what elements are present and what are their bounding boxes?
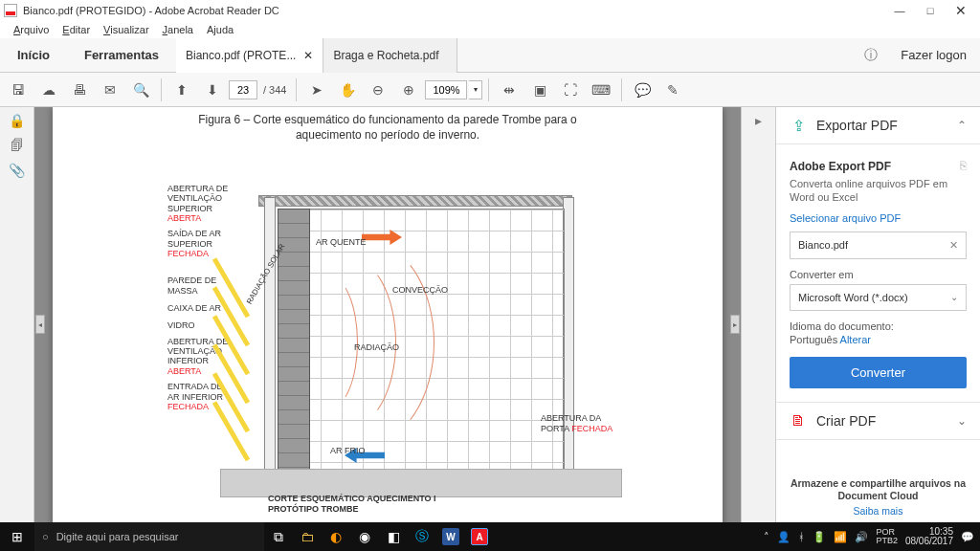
tray-clock[interactable]: 10:35 08/06/2017 [905, 527, 953, 546]
zoom-in-icon[interactable]: ⊕ [394, 76, 423, 104]
doc-tab-1[interactable]: Bianco.pdf (PROTE... ✕ [176, 38, 323, 73]
collapse-chevron-icon[interactable]: ⌃ [957, 119, 967, 132]
home-tab[interactable]: Início [0, 48, 67, 62]
label-saida-sup: SAÍDA DE AR SUPERIOR [167, 229, 221, 248]
tray-volume-icon[interactable]: 🔊 [855, 531, 868, 543]
figure-caption: CORTE ESQUEMÁTICO AQUECIMENTO I PROTÓTIP… [268, 494, 436, 515]
cortana-icon: ○ [42, 531, 49, 542]
export-header[interactable]: ⇪ Exportar PDF ⌃ [790, 117, 967, 134]
tools-tab[interactable]: Ferramentas [67, 48, 176, 62]
acrobat-icon[interactable]: A [471, 528, 488, 545]
page-number-input[interactable] [229, 80, 257, 99]
tray-lang[interactable]: POR PTB2 [876, 528, 898, 545]
zoom-dropdown[interactable]: ▾ [469, 80, 482, 99]
start-button[interactable]: ⊞ [0, 529, 34, 544]
expand-chevron-icon[interactable]: ⌄ [957, 414, 967, 428]
toolbar: 🖫 ☁ 🖶 ✉ 🔍 ⬆ ⬇ / 344 ➤ ✋ ⊖ ⊕ ▾ ⇹ ▣ ⛶ ⌨ 💬 … [0, 73, 980, 107]
zoom-out-icon[interactable]: ⊖ [364, 76, 392, 104]
app-icon [4, 4, 17, 17]
comment-icon[interactable]: 💬 [628, 76, 657, 104]
explorer-icon[interactable]: 🗀 [293, 522, 322, 551]
sign-icon[interactable]: ✎ [658, 76, 687, 104]
format-select[interactable]: Microsoft Word (*.docx) ⌄ [790, 284, 967, 311]
pages-icon[interactable]: 🗐 [11, 138, 24, 153]
skype-icon[interactable]: Ⓢ [408, 522, 436, 551]
help-button[interactable]: ⓘ [855, 47, 887, 64]
pdf-page: Figura 6 – Corte esquemático do funciona… [53, 107, 723, 522]
menu-visualizar[interactable]: Visualizar [98, 24, 155, 35]
fit-page-icon[interactable]: ▣ [525, 76, 554, 104]
page-total: / 344 [259, 84, 290, 96]
menu-ajuda[interactable]: Ajuda [201, 24, 239, 35]
format-value: Microsoft Word (*.docx) [798, 292, 908, 303]
menubar: Arquivo Editar Visualizar Janela Ajuda [0, 21, 980, 38]
label-vent-inf-state: ABERTA [167, 366, 201, 376]
cloud-icon[interactable]: ☁ [34, 76, 63, 104]
page-up-icon[interactable]: ⬆ [167, 76, 196, 104]
doc-tab-1-close[interactable]: ✕ [296, 49, 313, 62]
doc-tab-2-label: Braga e Rocheta.pdf [333, 49, 438, 62]
menu-editar[interactable]: Editar [56, 24, 96, 35]
doc-tab-2[interactable]: Braga e Rocheta.pdf [323, 38, 457, 73]
main-area: 🔒 🗐 📎 ◂ ▸ Figura 6 – Corte esquemático d… [0, 107, 980, 522]
menu-arquivo[interactable]: Arquivo [8, 24, 55, 35]
taskbar: ⊞ ○ Digite aqui para pesquisar ⧉ 🗀 ◐ ◉ ◧… [0, 522, 980, 551]
fullscreen-icon[interactable]: ⛶ [556, 76, 585, 104]
cold-air-label: AR FRIO [330, 446, 366, 455]
close-button[interactable]: ✕ [946, 1, 976, 20]
zoom-input[interactable] [425, 80, 467, 99]
page-down-icon[interactable]: ⬇ [198, 76, 227, 104]
lang-change-link[interactable]: Alterar [840, 334, 871, 345]
label-caixa: CAIXA DE AR [167, 303, 221, 313]
label-vent-sup: ABERTURA DE VENTILAÇÃO SUPERIOR [167, 184, 228, 213]
maximize-button[interactable]: □ [915, 1, 946, 20]
hand-icon[interactable]: ✋ [333, 76, 362, 104]
tray-chevron-icon[interactable]: ˄ [764, 531, 769, 543]
taskview-icon[interactable]: ⧉ [264, 522, 293, 551]
save-icon[interactable]: 🖫 [4, 76, 33, 104]
pointer-icon[interactable]: ➤ [302, 76, 331, 104]
tray-battery-icon[interactable]: 🔋 [813, 531, 826, 543]
share-icon[interactable]: ⎘ [960, 159, 967, 172]
print-icon[interactable]: 🖶 [65, 76, 94, 104]
menu-janela[interactable]: Janela [157, 24, 199, 35]
search-icon[interactable]: 🔍 [126, 76, 155, 104]
tray-notifications-icon[interactable]: 💬 [961, 531, 974, 543]
roof-trim [258, 195, 572, 207]
word-icon[interactable]: W [442, 528, 459, 545]
figure-subtitle: aquecimento no período de inverno. [53, 128, 723, 147]
selected-file[interactable]: Bianco.pdf ✕ [790, 231, 967, 259]
label-vent-sup-state: ABERTA [167, 213, 201, 223]
minimize-button[interactable]: — [884, 1, 915, 20]
tray-wifi-icon[interactable]: 📶 [834, 531, 847, 543]
learn-more-link[interactable]: Saiba mais [776, 505, 980, 522]
fit-width-icon[interactable]: ⇹ [495, 76, 523, 104]
attach-icon[interactable]: 📎 [9, 163, 25, 178]
convert-button[interactable]: Converter [790, 357, 967, 388]
firefox-icon[interactable]: ◐ [322, 522, 350, 551]
taskbar-search[interactable]: ○ Digite aqui para pesquisar [34, 522, 264, 551]
convection-label: CONVECÇÃO [392, 285, 448, 295]
scroll-right-handle[interactable]: ▸ [730, 315, 740, 334]
export-header-label: Exportar PDF [816, 118, 898, 133]
document-viewer[interactable]: ◂ ▸ Figura 6 – Corte esquemático do func… [34, 107, 741, 522]
mail-icon[interactable]: ✉ [96, 76, 124, 104]
search-placeholder: Digite aqui para pesquisar [56, 531, 179, 542]
create-pdf-icon: 🗎 [790, 412, 807, 430]
app-icon-generic[interactable]: ◧ [379, 522, 408, 551]
scroll-left-handle[interactable]: ◂ [35, 315, 45, 334]
lock-icon[interactable]: 🔒 [9, 113, 25, 128]
chrome-icon[interactable]: ◉ [350, 522, 379, 551]
select-file-link[interactable]: Selecionar arquivo PDF [790, 212, 967, 224]
signin-link[interactable]: Fazer logon [887, 48, 980, 62]
rail-collapse-icon[interactable]: ▸ [755, 113, 762, 128]
tray-people-icon[interactable]: 👤 [777, 531, 791, 543]
clear-file-icon[interactable]: ✕ [949, 239, 958, 252]
create-header[interactable]: 🗎 Criar PDF ⌄ [790, 412, 967, 430]
read-mode-icon[interactable]: ⌨ [587, 76, 615, 104]
create-header-label: Criar PDF [816, 413, 876, 429]
doc-tab-1-label: Bianco.pdf (PROTE... [186, 49, 296, 62]
convert-to-label: Converter em [790, 269, 967, 280]
export-subtitle: Adobe Export PDF [790, 160, 954, 173]
tray-bluetooth-icon[interactable]: ᚼ [798, 531, 805, 542]
